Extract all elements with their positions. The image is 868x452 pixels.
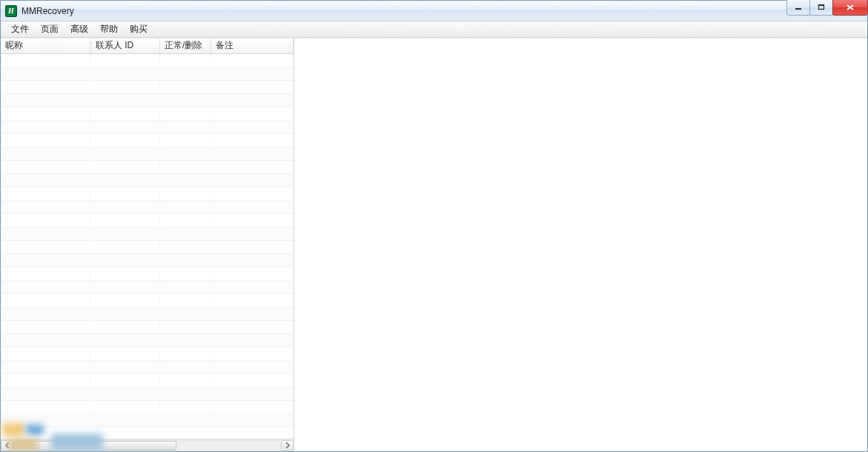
table-cell (1, 227, 90, 240)
table-cell (211, 147, 293, 160)
menu-help[interactable]: 帮助 (94, 21, 124, 37)
table-cell (211, 53, 293, 67)
table-row[interactable] (1, 293, 294, 307)
table-cell (90, 280, 159, 293)
table-row[interactable] (1, 53, 294, 67)
scroll-thumb[interactable] (13, 441, 176, 451)
table-cell (90, 253, 159, 267)
close-button[interactable] (832, 0, 868, 16)
scroll-right-button[interactable] (281, 440, 294, 451)
table-row[interactable] (1, 120, 294, 133)
table-cell (1, 67, 90, 80)
table-cell (211, 120, 293, 133)
table-row[interactable] (1, 347, 294, 360)
titlebar[interactable]: H MMRecovery (1, 1, 867, 21)
table-row[interactable] (1, 173, 294, 187)
table-cell (90, 360, 159, 373)
table-row[interactable] (1, 320, 294, 333)
table-cell (1, 107, 90, 120)
left-pane: 昵称联系人 ID正常/删除备注 (1, 39, 294, 451)
table-row[interactable] (1, 253, 294, 267)
table-cell (211, 227, 293, 240)
table-row[interactable] (1, 267, 294, 280)
table-cell (90, 413, 159, 427)
scroll-track[interactable] (13, 440, 281, 451)
scroll-left-button[interactable] (1, 440, 13, 451)
table-row[interactable] (1, 400, 294, 413)
table-cell (211, 333, 293, 347)
table-cell (1, 173, 90, 187)
column-header-3[interactable]: 备注 (211, 39, 293, 53)
table-row[interactable] (1, 333, 294, 347)
table-cell (159, 173, 211, 187)
table-cell (90, 320, 159, 333)
table-cell (1, 400, 90, 413)
menu-file[interactable]: 文件 (5, 21, 35, 37)
table-cell (159, 200, 211, 213)
table-cell (90, 187, 159, 200)
minimize-button[interactable] (786, 0, 810, 16)
table-cell (1, 360, 90, 373)
table-cell (211, 320, 293, 333)
table-row[interactable] (1, 160, 294, 173)
table-cell (159, 293, 211, 307)
column-header-2[interactable]: 正常/删除 (159, 39, 211, 53)
table-row[interactable] (1, 133, 294, 147)
table-cell (159, 53, 211, 67)
table-row[interactable] (1, 187, 294, 200)
table-row[interactable] (1, 360, 294, 373)
menu-advanced[interactable]: 高级 (64, 21, 94, 37)
table-row[interactable] (1, 280, 294, 293)
table-row[interactable] (1, 227, 294, 240)
table-row[interactable] (1, 80, 294, 93)
table-cell (1, 53, 90, 67)
table-cell (90, 347, 159, 360)
table-cell (211, 387, 293, 400)
table-cell (159, 267, 211, 280)
table-row[interactable] (1, 107, 294, 120)
table-row[interactable] (1, 240, 294, 253)
table-cell (159, 347, 211, 360)
table-cell (1, 80, 90, 93)
table-cell (159, 107, 211, 120)
table-cell (211, 400, 293, 413)
table-cell (211, 93, 293, 107)
table-cell (90, 400, 159, 413)
horizontal-scrollbar[interactable] (1, 439, 294, 451)
table-cell (159, 320, 211, 333)
table-cell (1, 387, 90, 400)
table-cell (90, 240, 159, 253)
table-row[interactable] (1, 413, 294, 427)
table-cell (90, 293, 159, 307)
table-cell (211, 280, 293, 293)
table-cell (90, 307, 159, 320)
table-cell (1, 120, 90, 133)
table-cell (90, 53, 159, 67)
content-pane (294, 39, 867, 451)
menu-page[interactable]: 页面 (35, 21, 64, 37)
table-cell (211, 213, 293, 227)
column-header-0[interactable]: 昵称 (1, 39, 90, 53)
table-row[interactable] (1, 147, 294, 160)
table-row[interactable] (1, 373, 294, 387)
table-cell (1, 133, 90, 147)
menu-buy[interactable]: 购买 (124, 21, 153, 37)
table-cell (1, 253, 90, 267)
table-cell (90, 160, 159, 173)
table-cell (1, 413, 90, 427)
table-row[interactable] (1, 200, 294, 213)
table-cell (159, 187, 211, 200)
table-row[interactable] (1, 387, 294, 400)
table-cell (159, 120, 211, 133)
table-cell (211, 293, 293, 307)
table-row[interactable] (1, 67, 294, 80)
table-row[interactable] (1, 213, 294, 227)
table-row[interactable] (1, 93, 294, 107)
table-cell (90, 267, 159, 280)
column-header-1[interactable]: 联系人 ID (90, 39, 159, 53)
table-row[interactable] (1, 307, 294, 320)
table-cell (159, 213, 211, 227)
maximize-button[interactable] (809, 0, 833, 16)
table-cell (211, 160, 293, 173)
table-cell (90, 373, 159, 387)
